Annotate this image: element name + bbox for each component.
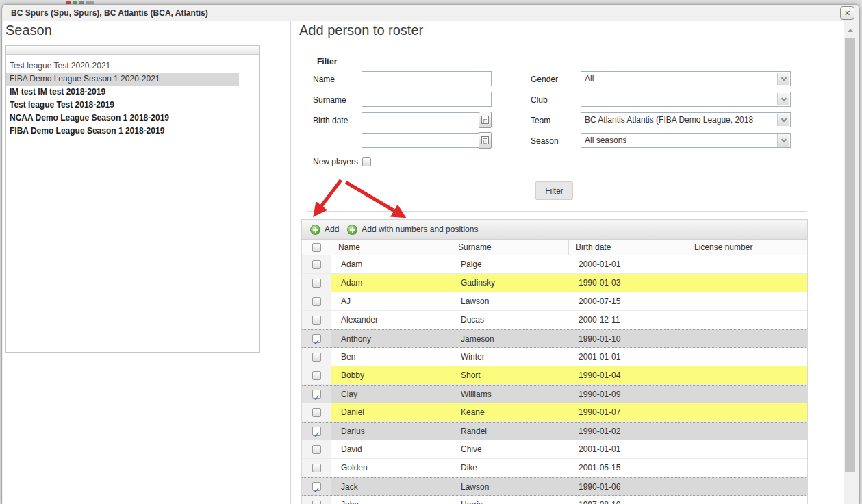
player-name: Darius <box>331 423 451 440</box>
column-header-surname[interactable]: Surname <box>451 240 569 255</box>
birth-date-to-picker-button[interactable] <box>479 132 492 149</box>
player-row[interactable]: AlexanderDucas2000-12-11 <box>302 311 807 329</box>
close-button[interactable]: ✕ <box>840 6 854 20</box>
player-checkbox[interactable] <box>312 316 321 325</box>
player-row[interactable]: AJLawson2000-07-15 <box>302 292 807 311</box>
gender-label: Gender <box>531 75 558 84</box>
player-surname: Short <box>451 366 569 384</box>
season-item[interactable]: FIBA Demo League Season 1 2020-2021 <box>6 73 239 86</box>
player-surname: Ducas <box>451 311 569 329</box>
player-birth-date: 1990-01-03 <box>569 274 687 292</box>
player-name: Daniel <box>331 403 451 421</box>
season-item[interactable]: Test league Test 2018-2019 <box>6 99 259 112</box>
player-birth-date: 2001-01-01 <box>569 348 687 366</box>
player-license-number <box>687 423 807 440</box>
vertical-scrollbar[interactable] <box>844 25 856 504</box>
player-checkbox[interactable] <box>312 353 321 362</box>
player-birth-date: 1997-08-10 <box>569 496 687 504</box>
club-select[interactable] <box>581 92 791 107</box>
player-checkbox[interactable] <box>312 408 321 417</box>
player-name: Clay <box>331 386 451 403</box>
dropdown-button[interactable] <box>777 134 789 147</box>
player-license-number <box>687 440 807 458</box>
player-row[interactable]: AdamGadinsky1990-01-03 <box>302 274 807 292</box>
player-row[interactable]: JohnHarris1997-08-10 <box>302 496 807 504</box>
scrollbar-up-button[interactable] <box>844 25 856 36</box>
column-header-birth-date[interactable]: Birth date <box>569 240 687 255</box>
club-label: Club <box>531 95 548 105</box>
birth-date-from-input[interactable] <box>362 112 479 127</box>
player-birth-date: 2000-12-11 <box>569 311 687 329</box>
dropdown-button[interactable] <box>777 93 789 105</box>
pane-splitter <box>290 21 291 504</box>
player-row[interactable]: BobbyShort1990-01-04 <box>302 366 807 385</box>
filter-legend: Filter <box>314 57 340 66</box>
player-checkbox[interactable] <box>312 501 321 504</box>
player-checkbox-cell <box>302 366 331 384</box>
player-checkbox-cell <box>302 440 331 458</box>
player-row[interactable]: GoldenDike2001-05-15 <box>302 459 807 477</box>
birth-date-from-field <box>362 112 492 128</box>
select-all-checkbox[interactable] <box>312 243 321 252</box>
season-panel-heading: Season <box>5 23 52 38</box>
team-select[interactable]: BC Atlantis Atlantis (FIBA Demo League, … <box>581 112 791 127</box>
season-select[interactable]: All seasons <box>581 133 791 148</box>
filter-button[interactable]: Filter <box>535 181 573 200</box>
player-surname: Harris <box>451 496 569 504</box>
dropdown-button[interactable] <box>777 114 789 126</box>
player-birth-date: 1990-01-02 <box>569 423 687 440</box>
season-item[interactable]: NCAA Demo League Season 1 2018-2019 <box>6 112 259 125</box>
chevron-down-icon <box>781 136 786 142</box>
player-checkbox-cell <box>302 311 331 329</box>
player-checkbox[interactable] <box>312 279 321 288</box>
player-checkbox[interactable] <box>312 464 321 473</box>
surname-label: Surname <box>313 95 346 105</box>
player-birth-date: 1990-01-06 <box>569 478 687 495</box>
add-button-label: Add <box>325 225 339 234</box>
player-row[interactable]: JackLawson1990-01-06 <box>302 477 807 496</box>
calendar-icon <box>481 136 489 144</box>
player-row[interactable]: DariusRandel1990-01-02 <box>302 422 807 440</box>
player-checkbox[interactable] <box>312 390 321 399</box>
player-checkbox[interactable] <box>312 371 321 380</box>
player-row[interactable]: AnthonyJameson1990-01-10 <box>302 329 807 348</box>
player-checkbox[interactable] <box>312 427 321 436</box>
column-header-name[interactable]: Name <box>331 240 451 255</box>
chevron-down-icon <box>781 95 786 101</box>
birth-date-to-input[interactable] <box>362 133 479 148</box>
name-input[interactable] <box>362 71 492 86</box>
season-item[interactable]: IM test IM test 2018-2019 <box>6 86 259 99</box>
player-row[interactable]: ClayWilliams1990-01-09 <box>302 385 807 403</box>
season-list-header <box>6 46 259 55</box>
player-birth-date: 2000-01-01 <box>569 255 687 273</box>
column-header-license-number[interactable]: License number <box>687 240 807 255</box>
surname-input[interactable] <box>362 92 492 107</box>
season-item[interactable]: FIBA Demo League Season 1 2018-2019 <box>6 125 259 138</box>
player-row[interactable]: BenWinter2001-01-01 <box>302 348 807 366</box>
add-plus-icon <box>347 225 357 235</box>
player-birth-date: 2001-05-15 <box>569 459 687 477</box>
player-row[interactable]: AdamPaige2000-01-01 <box>302 255 807 274</box>
add-button[interactable]: Add <box>310 225 339 235</box>
player-surname: Lawson <box>451 478 569 495</box>
player-row[interactable]: DanielKeane1990-01-07 <box>302 403 807 422</box>
player-surname: Lawson <box>451 292 569 310</box>
name-label: Name <box>313 75 335 84</box>
player-row[interactable]: DavidChive2001-01-01 <box>302 440 807 459</box>
player-checkbox[interactable] <box>312 297 321 306</box>
player-surname: Winter <box>451 348 569 366</box>
scrollbar-thumb[interactable] <box>845 38 855 473</box>
player-checkbox[interactable] <box>312 260 321 269</box>
season-list-header-cell <box>238 46 259 54</box>
player-surname: Keane <box>451 403 569 421</box>
player-name: AJ <box>331 292 451 310</box>
player-checkbox[interactable] <box>312 482 321 491</box>
new-players-checkbox[interactable] <box>362 158 371 166</box>
add-with-numbers-button[interactable]: Add with numbers and positions <box>347 225 478 235</box>
player-checkbox[interactable] <box>312 445 321 454</box>
birth-date-from-picker-button[interactable] <box>479 112 492 128</box>
gender-select[interactable]: All <box>581 71 791 86</box>
dropdown-button[interactable] <box>777 73 789 85</box>
season-item[interactable]: Test league Test 2020-2021 <box>6 60 259 73</box>
player-checkbox[interactable] <box>312 334 321 343</box>
